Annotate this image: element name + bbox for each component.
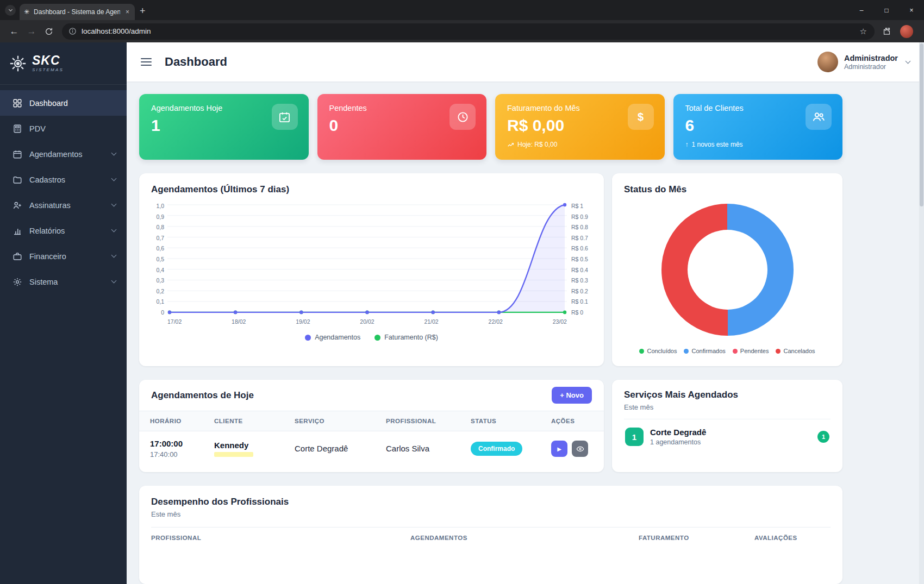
x-tick: 19/02: [296, 318, 310, 325]
brand-subtitle: SISTEMAS: [32, 67, 64, 72]
forward-button[interactable]: →: [23, 23, 40, 40]
address-bar[interactable]: localhost:8000/admin ☆: [62, 23, 875, 40]
tab-close-icon[interactable]: ×: [124, 8, 130, 16]
page-header: Dashboard Administrador Administrador: [127, 42, 924, 81]
chevron-down-icon: [111, 202, 117, 207]
y-tick: R$ 0.7: [571, 235, 592, 241]
view-appointment-button[interactable]: [572, 441, 588, 457]
sidebar-item-relatorios[interactable]: Relatórios: [0, 218, 127, 243]
start-appointment-button[interactable]: ▶: [551, 441, 567, 457]
appointment-time: 17:00:00: [150, 439, 192, 448]
appointment-time-end: 17:40:00: [150, 450, 192, 459]
sidebar-item-agendamentos[interactable]: Agendamentos: [0, 141, 127, 167]
new-tab-button[interactable]: +: [140, 6, 146, 16]
menu-toggle-button[interactable]: [141, 58, 152, 66]
maximize-button[interactable]: □: [874, 0, 899, 20]
cash-register-icon: [13, 124, 22, 134]
card-subtitle: Este mês: [151, 510, 831, 518]
main-area: Dashboard Administrador Administrador Ag…: [127, 42, 924, 584]
chevron-down-icon: [111, 176, 117, 181]
column-header: Serviço: [284, 411, 375, 431]
donut-chart-card: Status do Mês ConcluídosConfirmadosPende…: [612, 173, 842, 366]
minimize-button[interactable]: –: [849, 0, 874, 20]
stat-card-clientes: Total de Clientes 6 ↑ 1 novos este mês: [673, 94, 843, 160]
chevron-down-icon: [111, 278, 117, 284]
user-menu[interactable]: Administrador Administrador: [817, 52, 910, 72]
y-tick: R$ 0.5: [571, 256, 592, 262]
status-badge: Confirmado: [471, 442, 522, 456]
close-button[interactable]: ×: [899, 0, 924, 20]
line-chart-card: Agendamentos (Últimos 7 dias) 1,00,90,80…: [139, 173, 604, 366]
clock-icon: [449, 104, 476, 130]
client-name: Kennedy: [214, 441, 273, 450]
y-tick: R$ 0.1: [571, 298, 592, 305]
y-axis-right: R$ 1R$ 0.9R$ 0.8R$ 0.7R$ 0.6R$ 0.5R$ 0.4…: [567, 203, 592, 316]
table-row: 17:00:00 17:40:00 Kennedy Corte Degradê …: [139, 431, 604, 467]
user-avatar: [817, 52, 838, 72]
stat-card-pendentes: Pendentes 0: [317, 94, 487, 160]
site-info-icon[interactable]: [68, 27, 77, 35]
donut-chart: [661, 204, 794, 336]
x-tick: 22/02: [489, 318, 503, 325]
tab-search-button[interactable]: [5, 5, 16, 16]
new-appointment-button[interactable]: + Novo: [552, 387, 592, 404]
bookmark-star-icon[interactable]: ☆: [857, 27, 870, 36]
y-tick: 0,1: [156, 298, 164, 305]
column-header: Faturamento: [639, 535, 754, 541]
performance-table-header: Profissional Agendamentos Faturamento Av…: [151, 527, 831, 541]
appointments-table: Horário Cliente Serviço Profissional Sta…: [139, 411, 604, 466]
today-appointments-card: Agendamentos de Hoje + Novo Horário Clie…: [139, 380, 604, 472]
sidebar-item-label: Assinaturas: [29, 201, 71, 210]
sidebar-item-financeiro[interactable]: Financeiro: [0, 243, 127, 269]
sidebar-item-label: Relatórios: [29, 227, 65, 235]
y-tick: 0,3: [156, 277, 164, 284]
browser-profile-avatar[interactable]: [900, 25, 913, 38]
browser-chrome: ✳ Dashboard - Sistema de Agend × + – □ ×…: [0, 0, 924, 42]
folder-icon: [13, 175, 22, 185]
client-highlight: [214, 452, 253, 457]
performance-card: Desempenho dos Profissionais Este mês Pr…: [139, 486, 842, 584]
y-tick: 1,0: [156, 203, 164, 209]
sidebar-item-label: Cadastros: [29, 175, 65, 184]
sidebar-item-cadastros[interactable]: Cadastros: [0, 167, 127, 192]
legend-item: Pendentes: [733, 348, 769, 354]
reload-button[interactable]: [40, 23, 58, 40]
sidebar-item-dashboard[interactable]: Dashboard: [0, 90, 127, 116]
tab-title: Dashboard - Sistema de Agend: [34, 8, 120, 16]
dashboard-icon: [13, 98, 22, 108]
y-tick: 0,2: [156, 288, 164, 294]
stats-row: Agendamentos Hoje 1 Pendentes 0 Faturame…: [139, 94, 842, 160]
extensions-button[interactable]: [879, 27, 895, 36]
x-tick: 17/02: [167, 318, 182, 325]
column-header: Ações: [540, 411, 604, 431]
logo-gear-icon: [9, 54, 27, 73]
sidebar-item-pdv[interactable]: PDV: [0, 116, 127, 141]
sidebar-item-sistema[interactable]: Sistema: [0, 269, 127, 294]
sidebar-item-assinaturas[interactable]: Assinaturas: [0, 192, 127, 218]
y-tick: R$ 0.3: [571, 277, 592, 284]
back-button[interactable]: ←: [5, 23, 23, 40]
donut-legend: ConcluídosConfirmadosPendentesCancelados: [624, 348, 831, 355]
legend-item: Faturamento (R$): [374, 334, 438, 341]
page-scrollbar[interactable]: [919, 42, 924, 584]
today-row: Agendamentos de Hoje + Novo Horário Clie…: [139, 380, 842, 472]
chevron-down-icon: [111, 227, 117, 233]
user-name: Administrador: [844, 53, 898, 64]
count-badge: 1: [817, 431, 829, 443]
service-name: Corte Degradê: [650, 428, 706, 437]
column-header: Avaliações: [754, 535, 831, 541]
chevron-down-icon: [8, 8, 12, 11]
charts-row: Agendamentos (Últimos 7 dias) 1,00,90,80…: [139, 173, 842, 366]
x-tick: 21/02: [424, 318, 438, 325]
legend-item: Agendamentos: [305, 334, 360, 341]
rank-badge: 1: [625, 428, 644, 446]
column-header: Status: [460, 411, 540, 431]
url-text[interactable]: localhost:8000/admin: [82, 27, 852, 35]
y-tick: R$ 0.6: [571, 245, 592, 252]
brand-name: SKC: [32, 54, 64, 67]
card-title: Serviços Mais Agendados: [624, 390, 831, 400]
browser-tab[interactable]: ✳ Dashboard - Sistema de Agend ×: [20, 4, 135, 20]
briefcase-icon: [13, 252, 22, 261]
scrollbar-thumb[interactable]: [920, 43, 923, 206]
window-controls: – □ ×: [849, 0, 924, 20]
